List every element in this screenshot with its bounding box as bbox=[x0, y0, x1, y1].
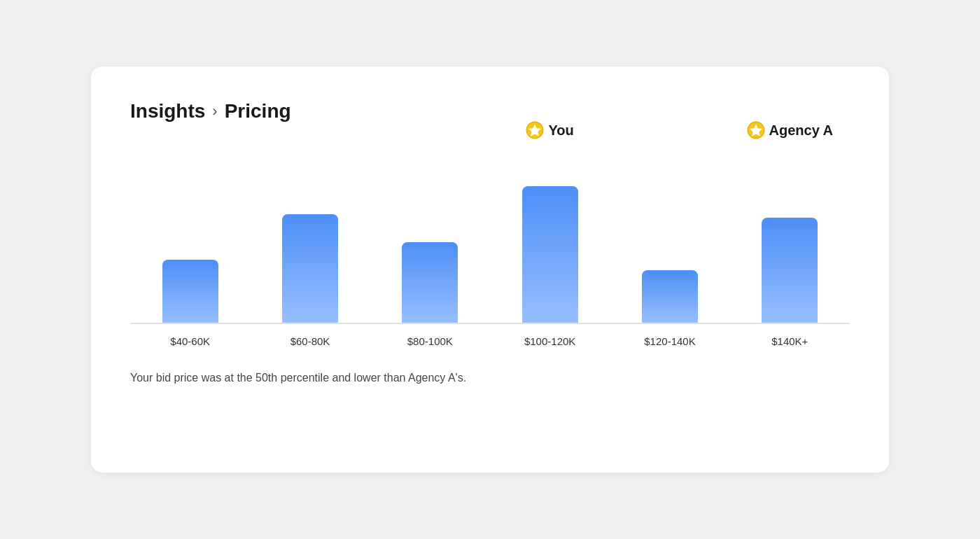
bar bbox=[642, 270, 698, 323]
breadcrumb: Insights › Pricing bbox=[130, 100, 850, 122]
breadcrumb-pricing: Pricing bbox=[225, 100, 291, 122]
annotation-text-agency: Agency A bbox=[769, 122, 834, 139]
breadcrumb-chevron: › bbox=[212, 102, 217, 120]
bar-group bbox=[610, 156, 729, 323]
bar-group: You bbox=[490, 156, 610, 323]
bar-group bbox=[370, 156, 490, 323]
annotation-you: You bbox=[526, 121, 573, 139]
bar-group: Agency A bbox=[730, 156, 850, 323]
bar-group bbox=[130, 156, 250, 323]
chart-description: Your bid price was at the 50th percentil… bbox=[130, 370, 850, 386]
bar bbox=[762, 218, 818, 323]
annotation-agency: Agency A bbox=[747, 121, 834, 139]
bar-label: $80-100K bbox=[370, 335, 490, 347]
insights-pricing-card: Insights › Pricing You Agency A $40-60K$… bbox=[91, 66, 889, 472]
bar bbox=[162, 260, 218, 323]
star-icon bbox=[526, 121, 544, 139]
annotation-text-you: You bbox=[548, 122, 573, 139]
breadcrumb-insights: Insights bbox=[130, 100, 205, 122]
bar-labels: $40-60K$60-80K$80-100K$100-120K$120-140K… bbox=[130, 335, 850, 347]
bar-label: $60-80K bbox=[250, 335, 370, 347]
bar bbox=[402, 242, 458, 323]
chart-area: You Agency A $40-60K$60-80K$80-100K$100-… bbox=[130, 156, 850, 347]
bar bbox=[282, 214, 338, 323]
bar-label: $120-140K bbox=[610, 335, 729, 347]
bar bbox=[522, 186, 578, 323]
bar-group bbox=[250, 156, 370, 323]
bar-label: $100-120K bbox=[490, 335, 610, 347]
bar-label: $40-60K bbox=[130, 335, 250, 347]
bar-label: $140K+ bbox=[730, 335, 850, 347]
bars-container: You Agency A bbox=[130, 156, 850, 324]
star-icon bbox=[747, 121, 765, 139]
